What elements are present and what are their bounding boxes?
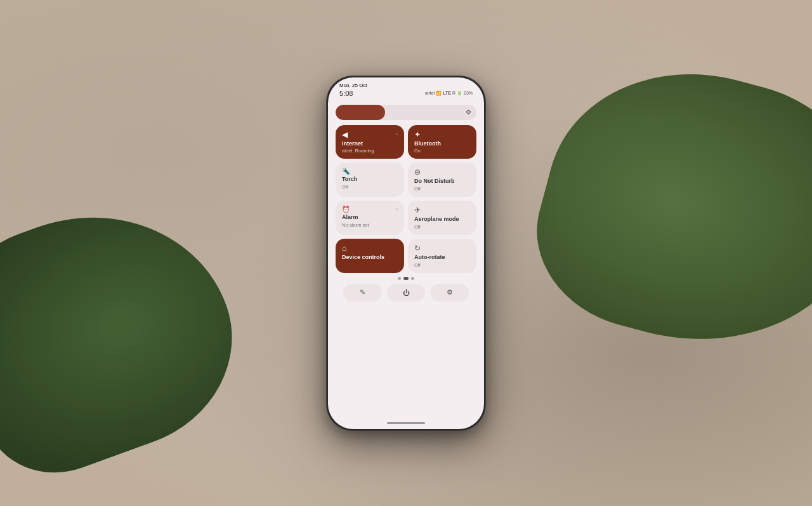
- dot-2: [403, 277, 409, 280]
- tile-device-controls[interactable]: ⌂ Device controls: [336, 239, 404, 273]
- auto-rotate-sub: Off: [414, 262, 470, 268]
- edit-icon: ✎: [360, 288, 365, 296]
- dnd-sub: Off: [414, 186, 470, 192]
- dot-3: [411, 277, 414, 280]
- bluetooth-icon: ✦: [414, 130, 421, 139]
- status-date: Mon, 25 Oct: [339, 83, 367, 88]
- brightness-fill: [336, 105, 385, 120]
- home-indicator: [387, 422, 425, 424]
- aeroplane-sub: Off: [414, 224, 470, 230]
- torch-icon: 🔦: [342, 168, 350, 175]
- torch-label: Torch: [342, 176, 398, 183]
- device-controls-icon: ⌂: [342, 244, 346, 253]
- internet-arrow: ›: [396, 131, 398, 137]
- alarm-icon: ⏰: [342, 206, 350, 213]
- quick-settings-panel: ⚙ ◀ › Internet airtel, Roaming: [328, 101, 484, 307]
- bluetooth-sub: On: [414, 148, 470, 154]
- tile-aeroplane[interactable]: ✈ Aeroplane mode Off: [408, 201, 476, 235]
- alarm-label: Alarm: [342, 214, 398, 221]
- carrier-label: airtel: [425, 91, 435, 95]
- internet-sub: airtel, Roaming: [342, 148, 398, 154]
- auto-rotate-icon: ↻: [414, 244, 421, 253]
- status-time: 5:08: [339, 90, 353, 97]
- device-controls-label: Device controls: [342, 254, 398, 261]
- tiles-grid: ◀ › Internet airtel, Roaming ✦ Bluetooth…: [336, 125, 476, 273]
- alarm-sub: No alarm set: [342, 222, 398, 228]
- dnd-label: Do Not Disturb: [414, 178, 470, 185]
- dot-1: [398, 277, 401, 280]
- pagination-dots: [336, 277, 476, 280]
- aeroplane-label: Aeroplane mode: [414, 216, 470, 223]
- signal-icon: 📶: [436, 91, 442, 96]
- phone-wrapper: Mon, 25 Oct 5:08 airtel 📶 LTE R 🔋 23%: [326, 76, 486, 431]
- tile-internet[interactable]: ◀ › Internet airtel, Roaming: [336, 125, 404, 159]
- brightness-icon: ⚙: [466, 109, 471, 116]
- auto-rotate-label: Auto-rotate: [414, 254, 470, 261]
- torch-sub: Off: [342, 184, 398, 190]
- bluetooth-label: Bluetooth: [414, 140, 470, 147]
- tile-alarm[interactable]: ⏰ › Alarm No alarm set: [336, 201, 404, 235]
- tile-torch[interactable]: 🔦 Torch Off: [336, 163, 404, 197]
- aeroplane-icon: ✈: [414, 206, 421, 215]
- roaming-icon: R: [452, 91, 455, 95]
- settings-icon: ⚙: [447, 288, 453, 296]
- tile-dnd[interactable]: ⊖ Do Not Disturb Off: [408, 163, 476, 197]
- bottom-buttons: ✎ ⏻ ⚙: [336, 284, 476, 302]
- status-icons: airtel 📶 LTE R 🔋 23%: [425, 91, 473, 96]
- battery-label: 23%: [464, 91, 473, 95]
- brightness-slider[interactable]: ⚙: [336, 105, 476, 120]
- status-bar-top: Mon, 25 Oct: [328, 77, 484, 90]
- tile-bluetooth[interactable]: ✦ Bluetooth On: [408, 125, 476, 159]
- edit-button[interactable]: ✎: [343, 284, 382, 302]
- settings-button[interactable]: ⚙: [430, 284, 469, 302]
- alarm-arrow: ›: [396, 206, 398, 212]
- internet-label: Internet: [342, 140, 398, 147]
- battery-icon: 🔋: [457, 91, 462, 96]
- tile-auto-rotate[interactable]: ↻ Auto-rotate Off: [408, 239, 476, 273]
- phone-screen: Mon, 25 Oct 5:08 airtel 📶 LTE R 🔋 23%: [328, 77, 484, 429]
- power-icon: ⏻: [403, 289, 410, 296]
- internet-icon: ◀: [342, 130, 348, 139]
- dnd-icon: ⊖: [414, 168, 421, 176]
- phone: Mon, 25 Oct 5:08 airtel 📶 LTE R 🔋 23%: [326, 76, 486, 431]
- lte-label: LTE: [443, 91, 451, 95]
- power-button[interactable]: ⏻: [387, 284, 426, 302]
